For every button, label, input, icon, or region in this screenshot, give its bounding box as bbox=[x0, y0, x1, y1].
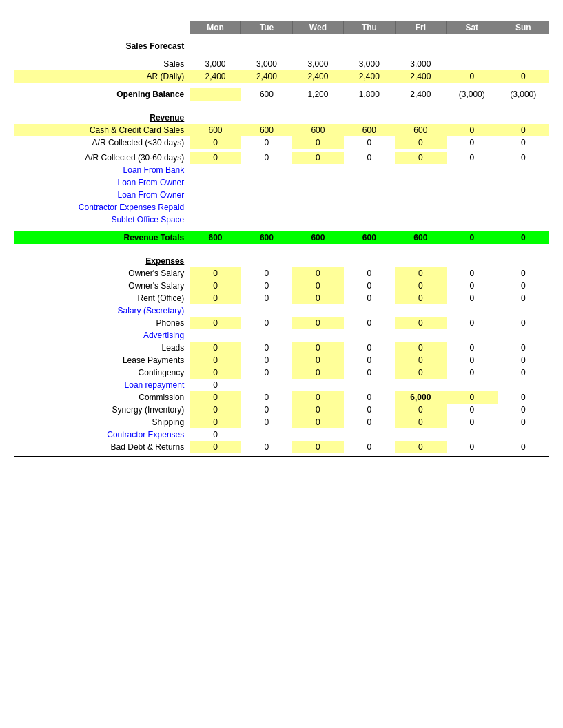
lease-thu: 0 bbox=[344, 354, 395, 366]
os2-wed: 0 bbox=[292, 280, 343, 292]
rev-total-mon: 600 bbox=[190, 231, 240, 244]
loan-owner2-row: Loan From Owner bbox=[14, 189, 549, 201]
opening-balance-row: Opening Balance 600 1,200 1,800 2,400 (3… bbox=[14, 88, 549, 101]
owners-salary2-label: Owner's Salary bbox=[14, 280, 190, 292]
ar-daily-tue: 2,400 bbox=[241, 70, 292, 83]
ar-daily-sat: 0 bbox=[447, 70, 498, 83]
bad-debt-sat: 0 bbox=[447, 441, 498, 453]
os1-sat: 0 bbox=[447, 267, 498, 280]
lease-mon: 0 bbox=[190, 354, 240, 366]
ar-30-row: A/R Collected (<30 days) 0 0 0 0 0 0 0 bbox=[14, 136, 549, 149]
phones-wed: 0 bbox=[292, 317, 343, 329]
lease-row: Lease Payments 0 0 0 0 0 0 0 bbox=[14, 354, 549, 366]
cash-credit-mon: 600 bbox=[190, 124, 240, 136]
rent-sat: 0 bbox=[447, 292, 498, 304]
bad-debt-sun: 0 bbox=[498, 441, 549, 453]
ar-6030-fri: 0 bbox=[395, 152, 446, 164]
bad-debt-tue: 0 bbox=[241, 441, 292, 453]
bad-debt-label: Bad Debt & Returns bbox=[14, 441, 190, 453]
synergy-mon: 0 bbox=[190, 404, 240, 416]
header-sat: Sat bbox=[447, 21, 498, 34]
opening-balance-sat: (3,000) bbox=[447, 88, 498, 101]
commission-wed: 0 bbox=[292, 391, 343, 404]
ar-daily-wed: 2,400 bbox=[292, 70, 343, 83]
commission-tue: 0 bbox=[241, 391, 292, 404]
contingency-tue: 0 bbox=[241, 366, 292, 379]
rent-sun: 0 bbox=[498, 292, 549, 304]
os1-mon: 0 bbox=[190, 267, 240, 280]
shipping-tue: 0 bbox=[241, 416, 292, 428]
commission-mon: 0 bbox=[190, 391, 240, 404]
leads-sun: 0 bbox=[498, 342, 549, 354]
leads-tue: 0 bbox=[241, 342, 292, 354]
opening-balance-fri: 2,400 bbox=[395, 88, 446, 101]
lease-tue: 0 bbox=[241, 354, 292, 366]
os1-fri: 0 bbox=[395, 267, 446, 280]
ar-30-mon: 0 bbox=[190, 136, 240, 149]
expenses-title: Expenses bbox=[14, 255, 190, 267]
cash-credit-wed: 600 bbox=[292, 124, 343, 136]
rev-total-wed: 600 bbox=[292, 231, 343, 244]
loan-owner2-label: Loan From Owner bbox=[14, 189, 190, 201]
phones-sat: 0 bbox=[447, 317, 498, 329]
revenue-totals-label: Revenue Totals bbox=[14, 231, 190, 244]
rev-total-tue: 600 bbox=[241, 231, 292, 244]
sales-thu: 3,000 bbox=[344, 58, 395, 70]
ar-6030-wed: 0 bbox=[292, 152, 343, 164]
salary-secretary-label: Salary (Secretary) bbox=[14, 304, 190, 317]
os2-fri: 0 bbox=[395, 280, 446, 292]
phones-tue: 0 bbox=[241, 317, 292, 329]
ar-30-wed: 0 bbox=[292, 136, 343, 149]
header-mon: Mon bbox=[190, 21, 240, 34]
sales-row: Sales 3,000 3,000 3,000 3,000 3,000 bbox=[14, 58, 549, 70]
ar-6030-sat: 0 bbox=[447, 152, 498, 164]
os2-mon: 0 bbox=[190, 280, 240, 292]
shipping-mon: 0 bbox=[190, 416, 240, 428]
ar-6030-sun: 0 bbox=[498, 152, 549, 164]
sales-fri: 3,000 bbox=[395, 58, 446, 70]
contingency-thu: 0 bbox=[344, 366, 395, 379]
contingency-sun: 0 bbox=[498, 366, 549, 379]
sales-sat bbox=[447, 58, 498, 70]
loan-bank-row: Loan From Bank bbox=[14, 164, 549, 176]
rent-thu: 0 bbox=[344, 292, 395, 304]
cash-credit-sat: 0 bbox=[447, 124, 498, 136]
os1-wed: 0 bbox=[292, 267, 343, 280]
os1-sun: 0 bbox=[498, 267, 549, 280]
ar-30-tue: 0 bbox=[241, 136, 292, 149]
bad-debt-wed: 0 bbox=[292, 441, 343, 453]
sales-forecast-title: Sales Forecast bbox=[14, 40, 190, 52]
sublet-row: Sublet Office Space bbox=[14, 214, 549, 226]
ar-30-label: A/R Collected (<30 days) bbox=[14, 136, 190, 149]
commission-sun: 0 bbox=[498, 391, 549, 404]
ar-30-thu: 0 bbox=[344, 136, 395, 149]
sales-wed: 3,000 bbox=[292, 58, 343, 70]
opening-balance-wed: 1,200 bbox=[292, 88, 343, 101]
sales-mon: 3,000 bbox=[190, 58, 240, 70]
shipping-wed: 0 bbox=[292, 416, 343, 428]
loan-owner1-label: Loan From Owner bbox=[14, 176, 190, 189]
contractor-exp-row: Contractor Expenses 0 bbox=[14, 428, 549, 441]
header-fri: Fri bbox=[395, 21, 446, 34]
contingency-row: Contingency 0 0 0 0 0 0 0 bbox=[14, 366, 549, 379]
rev-total-thu: 600 bbox=[344, 231, 395, 244]
shipping-fri: 0 bbox=[395, 416, 446, 428]
ar-6030-thu: 0 bbox=[344, 152, 395, 164]
synergy-sun: 0 bbox=[498, 404, 549, 416]
os2-thu: 0 bbox=[344, 280, 395, 292]
sales-label: Sales bbox=[14, 58, 190, 70]
ar-daily-label: AR (Daily) bbox=[14, 70, 190, 83]
commission-label: Commission bbox=[14, 391, 190, 404]
revenue-totals-row: Revenue Totals 600 600 600 600 600 0 0 bbox=[14, 231, 549, 244]
ar-daily-fri: 2,400 bbox=[395, 70, 446, 83]
contractor-repaid-row: Contractor Expenses Repaid bbox=[14, 201, 549, 214]
contractor-exp-mon: 0 bbox=[190, 428, 240, 441]
os2-sat: 0 bbox=[447, 280, 498, 292]
synergy-fri: 0 bbox=[395, 404, 446, 416]
contractor-repaid-label: Contractor Expenses Repaid bbox=[14, 201, 190, 214]
synergy-label: Synergy (Inventory) bbox=[14, 404, 190, 416]
shipping-thu: 0 bbox=[344, 416, 395, 428]
contingency-mon: 0 bbox=[190, 366, 240, 379]
owners-salary1-label: Owner's Salary bbox=[14, 267, 190, 280]
ar-6030-label: A/R Collected (30-60 days) bbox=[14, 152, 190, 164]
